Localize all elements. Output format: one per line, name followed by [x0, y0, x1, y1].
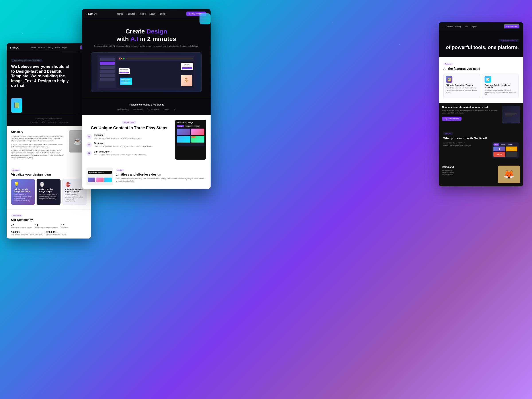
nav-features[interactable]: Features	[127, 13, 135, 15]
dark-tab-project[interactable]: Project	[507, 143, 513, 146]
nav-pages[interactable]: Pages ›	[158, 13, 166, 15]
step-num-2: 02	[86, 142, 92, 147]
hero-time: in 2 minutes	[140, 35, 176, 42]
furniture-title: Modern Furniture for Sale	[121, 79, 131, 82]
dark-thumb-1: 📋	[494, 146, 505, 151]
nav-pricing[interactable]: Pricing	[139, 13, 146, 15]
step-title-2: Generate	[94, 142, 171, 145]
how-tag: How It Work	[122, 120, 136, 124]
step-title-1: Describe	[94, 134, 171, 136]
sidebar-item-4	[100, 70, 115, 73]
hero-ai: A.I	[130, 35, 138, 42]
teal-shape	[200, 13, 211, 24]
right-feature-card-2: 📝 Generate Catchy Headlines Instantly Ef…	[482, 74, 519, 98]
text-line-1	[505, 113, 517, 114]
gen-popup-input	[120, 70, 129, 72]
right-wide-title: Generate short-form And long-form text	[442, 106, 500, 108]
hero-image: Magic Write Generate Text Modern Furnitu…	[91, 52, 202, 92]
book-icon: 📗	[11, 98, 22, 113]
right-wide-visual	[502, 106, 520, 123]
left-vis-title: Visualize your design ideas	[11, 173, 86, 176]
right-bottom-text: rating and tion and editingionally enhan…	[442, 165, 496, 183]
left-nav-home[interactable]: Home	[32, 47, 36, 49]
hero-section: Create Design with A.I in 2 minutes Fost…	[82, 19, 211, 99]
left-window: Fram.AI Home Features Pricing About Page…	[7, 43, 91, 239]
right-dark-content: A comprehensive AI experience Plenty of …	[443, 142, 519, 158]
main-navbar: Fram.AI Home Features Pricing About Page…	[82, 9, 211, 19]
left-nav-pricing[interactable]: Pricing	[48, 47, 53, 49]
nav-about[interactable]: About	[149, 13, 155, 15]
design-tab-project[interactable]: Project	[194, 125, 200, 127]
dark-tab-design[interactable]: Design	[494, 143, 499, 146]
stat-templates: 2,000,00+ Template designed in Fram.AI	[46, 231, 66, 235]
right-features-section: Features All the features you need 🖼️ AI…	[439, 57, 523, 102]
right-feature-icon-2: 📝	[485, 76, 491, 83]
left-logo-techhub: ⊡ Tech Hub	[30, 121, 38, 123]
gen-popup-title: What do you want to create	[120, 69, 129, 70]
try-text-generate-button[interactable]: Try Text Generate	[442, 117, 462, 121]
left-story-section: Our story Fram.AI, an innovative design …	[7, 126, 91, 163]
left-logo-tnw: TNW≡	[41, 121, 45, 123]
sidebar-item-5	[100, 74, 115, 77]
dot-red	[119, 58, 120, 59]
trusted-title: Trusted by the world's top brands	[86, 103, 206, 106]
dark-visual-tabs: Design Template Project	[494, 143, 517, 146]
biz-thumb-2	[96, 177, 103, 182]
how-title: Get Unique Content In Three Easy Steps	[86, 126, 171, 131]
biz-thumbnails	[88, 177, 112, 182]
vis-card-desc-1: Visualize ideas for compelling designs, …	[14, 194, 32, 202]
left-nav-pages[interactable]: Pages ›	[62, 47, 68, 49]
limitless-tag: Design	[116, 169, 124, 171]
left-nav-features[interactable]: Features	[38, 47, 45, 49]
how-it-works-section: How It Work Get Unique Content In Three …	[82, 115, 211, 164]
story-desc2: The platform is celebrated for its user-…	[11, 143, 66, 148]
how-step-1: 01 Describe Enter the title of your arti…	[86, 134, 171, 139]
mock-url-bar	[126, 58, 193, 59]
design-tab-template[interactable]: Template	[185, 125, 193, 127]
story-title: Our story	[11, 130, 66, 133]
left-logo-quotients: ⊡ Quotients	[59, 121, 68, 123]
logo-tnw: TNW≡	[164, 109, 169, 111]
stat-members-label: Members in the Fram.AI team	[11, 227, 32, 228]
vis-card-desc-3: Elevate ambitions, visualize, and accomp…	[65, 194, 83, 202]
left-nav-about[interactable]: About	[55, 47, 60, 49]
right-features-tag: Features	[443, 63, 453, 65]
right-hero-title: of powerful tools, one platform.	[443, 44, 519, 50]
right-nav-about[interactable]: About	[463, 26, 468, 28]
stat-countries-label: Countries	[61, 227, 68, 228]
step-desc-1: Enter the title of your article and 1-2 …	[94, 137, 171, 139]
vis-icon-3: 🎯	[65, 182, 83, 187]
right-features-grid: 🖼️ AI Photo Generating Training Instantl…	[443, 74, 519, 98]
left-logo: Fram.AI	[10, 46, 19, 49]
left-trusted-logos: ⊡ Tech Hub TNW≡ ⊞HUBSPOT ⊡ Quotients	[11, 121, 86, 123]
right-buy-template-button[interactable]: ⊞ Buy Template	[504, 24, 519, 29]
hero-subtitle: Foster creativity with AI: design graphi…	[89, 45, 204, 48]
stat-countries-num: 15	[61, 224, 68, 227]
logo-grid: ⊞	[174, 109, 176, 111]
right-nav-pricing[interactable]: Pricing	[455, 26, 461, 28]
right-feature-desc-1: Instantly generate and edit photos with …	[446, 87, 477, 93]
right-nav-pages[interactable]: Pages ›	[471, 26, 477, 28]
nav-home[interactable]: Home	[117, 13, 123, 15]
hero-create: Create	[126, 28, 146, 35]
right-wide-text: Generate short-form And long-form text P…	[442, 106, 500, 123]
limitless-title: Limitless and effortless design	[116, 173, 206, 177]
biz-title: Top 10 Business Consulting	[89, 171, 111, 173]
right-bottom-desc: tion and editingionally enhancingring im…	[442, 170, 496, 176]
biz-thumb-1	[88, 177, 95, 182]
dark-visual-card: Design Template Project 📋 Adel Start Fal…	[492, 142, 519, 158]
main-nav-links: Home Features Pricing About Pages ›	[117, 13, 166, 15]
design-thumb-3	[177, 136, 190, 143]
design-tab-design[interactable]: Design	[177, 125, 184, 127]
dark-tab-template[interactable]: Template	[500, 143, 507, 146]
sidebar-item-6	[100, 78, 115, 81]
right-wide-img	[502, 106, 520, 123]
animal-image: 🦊	[498, 165, 520, 183]
mock-canvas: Magic Write Generate Text Modern Furnitu…	[117, 62, 194, 88]
how-header: How It Work Get Unique Content In Three …	[86, 120, 171, 131]
vis-card-desc-2: Simplify concepts, simplify understandin…	[39, 194, 58, 200]
right-nav-features[interactable]: Features	[446, 26, 453, 28]
stat-projects-num: 10,000+	[11, 231, 42, 234]
community-stats: 45 Members in the Fram.AI team 17 Nation…	[11, 224, 86, 228]
left-trusted-section: Trusted by the world's top brands ⊡ Tech…	[7, 115, 91, 126]
